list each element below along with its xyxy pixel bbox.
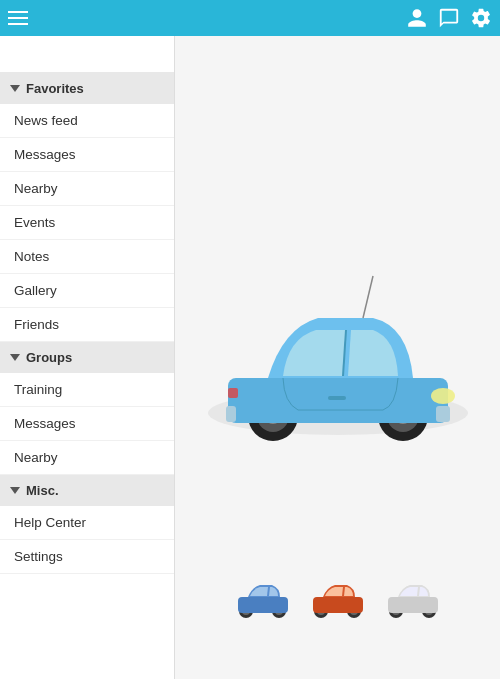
car-thumbnail-white[interactable]	[380, 579, 445, 619]
collapse-triangle-misc	[10, 487, 20, 494]
svg-rect-24	[313, 597, 363, 613]
chat-icon[interactable]	[438, 7, 460, 29]
svg-rect-7	[228, 378, 448, 423]
sidebar-item-nearby[interactable]: Nearby	[0, 172, 174, 206]
sidebar-content: FavoritesNews feedMessagesNearbyEventsNo…	[0, 73, 174, 574]
sidebar-item-nearby[interactable]: Nearby	[0, 441, 174, 475]
section-header-favorites[interactable]: Favorites	[0, 73, 174, 104]
collapse-triangle-favorites	[10, 85, 20, 92]
section-label-misc: Misc.	[26, 483, 59, 498]
svg-rect-13	[436, 406, 450, 422]
section-label-favorites: Favorites	[26, 81, 84, 96]
person-icon[interactable]	[406, 7, 428, 29]
sidebar-item-friends[interactable]: Friends	[0, 308, 174, 342]
settings-gear-icon[interactable]	[470, 7, 492, 29]
car-thumbnails	[175, 579, 500, 619]
svg-rect-11	[328, 396, 346, 400]
sidebar-item-messages[interactable]: Messages	[0, 407, 174, 441]
sidebar-item-news-feed[interactable]: News feed	[0, 104, 174, 138]
sidebar-item-help-center[interactable]: Help Center	[0, 506, 174, 540]
section-header-misc[interactable]: Misc.	[0, 475, 174, 506]
section-label-groups: Groups	[26, 350, 72, 365]
sidebar-item-settings[interactable]: Settings	[0, 540, 174, 574]
sidebar-item-messages[interactable]: Messages	[0, 138, 174, 172]
svg-rect-14	[226, 406, 236, 422]
svg-point-9	[431, 388, 455, 404]
topbar-icons	[406, 7, 492, 29]
sidebar-item-events[interactable]: Events	[0, 206, 174, 240]
sidebar-item-training[interactable]: Training	[0, 373, 174, 407]
large-blue-car-image	[188, 258, 488, 458]
svg-rect-19	[238, 597, 288, 613]
svg-rect-29	[388, 597, 438, 613]
app-title	[0, 36, 174, 73]
sidebar-item-gallery[interactable]: Gallery	[0, 274, 174, 308]
collapse-triangle-groups	[10, 354, 20, 361]
svg-rect-10	[228, 388, 238, 398]
car-thumbnail-blue[interactable]	[230, 579, 295, 619]
sidebar-item-notes[interactable]: Notes	[0, 240, 174, 274]
topbar	[0, 0, 500, 36]
hamburger-menu-button[interactable]	[8, 11, 28, 25]
car-thumbnail-orange[interactable]	[305, 579, 370, 619]
main-layout: FavoritesNews feedMessagesNearbyEventsNo…	[0, 36, 500, 679]
section-header-groups[interactable]: Groups	[0, 342, 174, 373]
content-area	[175, 36, 500, 679]
svg-line-12	[363, 276, 373, 318]
sidebar: FavoritesNews feedMessagesNearbyEventsNo…	[0, 36, 175, 679]
